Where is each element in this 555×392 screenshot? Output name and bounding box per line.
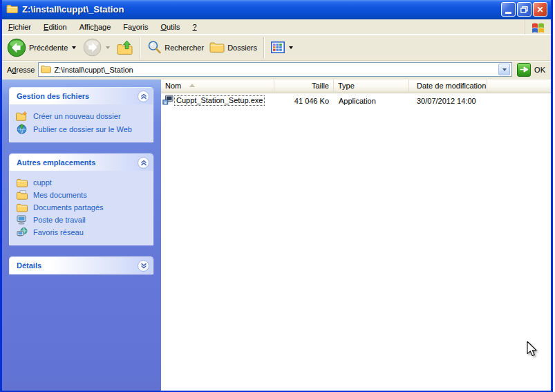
- network-places-icon: [16, 227, 28, 237]
- menu-aide[interactable]: ?: [187, 20, 203, 34]
- go-arrow-icon: [517, 63, 531, 77]
- minimize-button[interactable]: [501, 2, 516, 17]
- folder-icon: [41, 65, 51, 75]
- menu-edition[interactable]: Edition: [37, 20, 73, 34]
- address-dropdown-button[interactable]: [498, 64, 510, 75]
- minimize-icon: [505, 12, 511, 14]
- back-button[interactable]: Précédente: [5, 37, 79, 59]
- panel-details: Détails: [9, 256, 153, 274]
- shared-documents-icon: [16, 203, 28, 212]
- sidebar-item-label: Créer un nouveau dossier: [33, 111, 121, 121]
- toolbar-separator: [263, 37, 265, 58]
- address-label: Adresse: [7, 66, 35, 74]
- windows-logo-icon: [525, 19, 551, 35]
- sidebar-item-mes-documents[interactable]: Mes documents: [16, 189, 150, 201]
- computer-icon: [16, 215, 28, 225]
- search-label: Rechercher: [164, 44, 204, 52]
- panel-title: Autres emplacements: [17, 158, 138, 167]
- file-type: Application: [334, 97, 409, 105]
- search-button[interactable]: Rechercher: [145, 39, 206, 56]
- panel-file-tasks-header[interactable]: Gestion des fichiers: [10, 88, 153, 104]
- forward-dropdown-icon: [106, 46, 110, 49]
- forward-button[interactable]: [81, 37, 113, 58]
- sidebar-item-label: Mes documents: [33, 190, 87, 200]
- new-folder-icon: [16, 111, 28, 121]
- sidebar-item-poste-de-travail[interactable]: Poste de travail: [16, 214, 150, 226]
- expand-button[interactable]: [138, 260, 149, 272]
- explorer-window: Z:\install\cuppt\_Station ✕ Fichier Edit…: [0, 0, 553, 392]
- publish-web-icon: [16, 124, 28, 134]
- chevron-up-icon: [140, 93, 147, 100]
- back-dropdown-icon[interactable]: [72, 46, 76, 49]
- panel-title: Gestion des fichiers: [17, 92, 138, 100]
- panel-other-places-body: cuppt Mes documents: [10, 171, 153, 245]
- file-list: Nom Taille Type Date de modification: [161, 80, 551, 391]
- folders-icon: [209, 41, 225, 53]
- go-button[interactable]: OK: [516, 63, 547, 77]
- restore-icon: [520, 6, 528, 13]
- sidebar-item-favoris-reseau[interactable]: Favoris réseau: [16, 226, 150, 239]
- window-controls: ✕: [501, 2, 547, 17]
- panel-title: Détails: [17, 261, 138, 270]
- back-label: Précédente: [29, 44, 68, 52]
- sidebar-item-publish-web[interactable]: Publier ce dossier sur le Web: [16, 122, 150, 136]
- toolbar-separator: [140, 37, 141, 58]
- column-header-date[interactable]: Date de modification: [409, 80, 487, 93]
- menu-outils[interactable]: Outils: [154, 20, 186, 34]
- column-header-type[interactable]: Type: [334, 80, 409, 93]
- close-button[interactable]: ✕: [533, 2, 547, 17]
- address-path: Z:\install\cuppt\_Station: [54, 66, 496, 74]
- panel-other-places: Autres emplacements: [9, 153, 153, 245]
- sidebar-item-label: Poste de travail: [33, 215, 86, 225]
- toolbar: Précédente Rechercher: [2, 35, 551, 61]
- table-row[interactable]: Cuppt_Station_Setup.exe 41 046 Ko Applic…: [161, 95, 551, 106]
- go-label: OK: [534, 66, 545, 74]
- folder-icon: [16, 178, 28, 187]
- close-icon: ✕: [536, 5, 543, 15]
- forward-arrow-icon: [83, 38, 102, 57]
- menu-bar: Fichier Edition Affichage Favoris Outils…: [2, 19, 551, 35]
- menu-affichage[interactable]: Affichage: [73, 20, 117, 34]
- views-button[interactable]: [269, 40, 297, 55]
- address-bar: Adresse Z:\install\cuppt\_Station OK: [2, 61, 551, 80]
- collapse-button[interactable]: [138, 157, 149, 169]
- folders-button[interactable]: Dossiers: [207, 40, 259, 55]
- menu-favoris[interactable]: Favoris: [117, 20, 154, 34]
- chevron-up-icon: [140, 160, 147, 166]
- sidebar-item-label: cuppt: [33, 178, 52, 187]
- file-name[interactable]: Cuppt_Station_Setup.exe: [174, 95, 265, 106]
- my-documents-icon: [16, 190, 28, 200]
- up-button[interactable]: [115, 39, 135, 57]
- column-header-taille[interactable]: Taille: [274, 80, 334, 93]
- up-folder-icon: [117, 40, 133, 55]
- panel-details-header[interactable]: Détails: [10, 257, 153, 274]
- sidebar-item-cuppt[interactable]: cuppt: [16, 176, 150, 189]
- column-header-filler: [487, 80, 551, 93]
- sidebar-item-label: Documents partagés: [33, 203, 104, 212]
- panel-other-places-header[interactable]: Autres emplacements: [10, 154, 153, 171]
- sidebar-item-new-folder[interactable]: Créer un nouveau dossier: [16, 110, 150, 122]
- search-icon: [147, 40, 162, 55]
- views-dropdown-icon[interactable]: [289, 46, 293, 49]
- views-icon: [271, 41, 285, 53]
- back-arrow-icon: [7, 38, 26, 57]
- column-header-nom[interactable]: Nom: [161, 80, 274, 93]
- collapse-button[interactable]: [138, 91, 149, 102]
- chevron-down-icon: [140, 263, 147, 269]
- restore-button[interactable]: [517, 2, 532, 17]
- sidebar-item-label: Publier ce dossier sur le Web: [33, 124, 132, 134]
- list-header: Nom Taille Type Date de modification: [161, 80, 551, 93]
- title-bar[interactable]: Z:\install\cuppt\_Station ✕: [2, 0, 551, 19]
- sidebar-item-label: Favoris réseau: [33, 227, 84, 237]
- panel-file-tasks: Gestion des fichiers: [9, 87, 153, 142]
- sort-ascending-icon: [189, 84, 195, 87]
- sidebar-item-documents-partages[interactable]: Documents partagés: [16, 201, 150, 214]
- panel-file-tasks-body: Créer un nouveau dossier Publier ce doss…: [10, 104, 153, 142]
- file-name-cell[interactable]: Cuppt_Station_Setup.exe: [161, 95, 274, 106]
- content: Gestion des fichiers: [2, 80, 551, 391]
- setup-exe-icon: [162, 95, 173, 106]
- folder-open-icon: [6, 3, 19, 15]
- address-input[interactable]: Z:\install\cuppt\_Station: [38, 62, 512, 77]
- menu-fichier[interactable]: Fichier: [2, 20, 37, 34]
- folders-label: Dossiers: [227, 44, 257, 52]
